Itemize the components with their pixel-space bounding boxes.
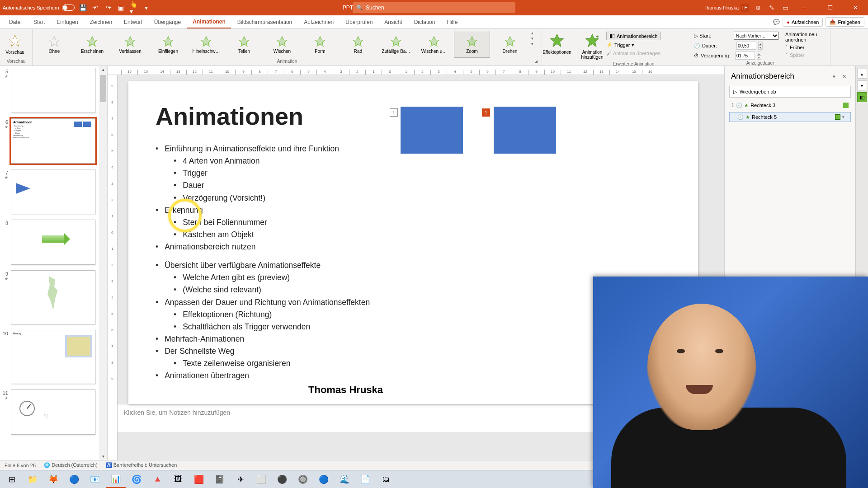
tab-ueberpruefen[interactable]: Überprüfen xyxy=(340,16,378,28)
gallery-up-icon[interactable]: ▴ xyxy=(531,31,538,35)
animation-teilen[interactable]: Teilen xyxy=(226,31,262,58)
thumbnail-scrollbar[interactable]: ▴ ▾ xyxy=(99,66,107,460)
scroll-down-icon[interactable]: ▾ xyxy=(99,453,107,460)
qat-more-icon[interactable]: ▾ xyxy=(142,4,151,12)
move-later-button[interactable]: ˅ Später xyxy=(785,51,826,59)
animation-tag-2[interactable]: 1 xyxy=(482,108,490,117)
tab-dictation[interactable]: Dictation xyxy=(409,16,441,28)
tab-zeichnen[interactable]: Zeichnen xyxy=(85,16,118,28)
bullet[interactable]: Dauer xyxy=(174,179,671,192)
slide-author[interactable]: Thomas Hruska xyxy=(308,384,383,396)
tab-start[interactable]: Start xyxy=(28,16,50,28)
scroll-up-icon[interactable]: ▴ xyxy=(99,66,107,73)
edge-icon[interactable]: 🌊 xyxy=(335,471,354,488)
add-animation-button[interactable]: + Animation hinzufügen xyxy=(581,31,604,61)
pane-options-icon[interactable]: ▾ xyxy=(829,71,839,81)
tab-einfuegen[interactable]: Einfügen xyxy=(51,16,83,28)
app-icon[interactable]: 🖼 xyxy=(168,471,188,488)
slide-counter[interactable]: Folie 6 von 26 xyxy=(5,463,36,468)
tab-uebergaenge[interactable]: Übergänge xyxy=(149,16,186,28)
slide-thumbnail-8[interactable]: 8 xyxy=(2,220,95,265)
bullet[interactable]: 4 Arten von Animation xyxy=(174,155,671,167)
app-icon[interactable]: ⬜ xyxy=(251,471,271,488)
gallery-down-icon[interactable]: ▾ xyxy=(531,36,538,41)
move-earlier-button[interactable]: ˄ Früher xyxy=(785,43,826,51)
delay-input[interactable] xyxy=(735,52,755,60)
coming-soon-icon[interactable]: ✎ xyxy=(768,4,776,12)
animation-rad[interactable]: Rad xyxy=(340,31,376,58)
slide-thumbnail-7[interactable]: 7★ xyxy=(2,169,95,214)
firefox-icon[interactable]: 🦊 xyxy=(43,471,63,488)
camtasia-icon[interactable]: 🔘 xyxy=(293,471,313,488)
timing-delay[interactable]: ⏱ Verzögerung: ▴▾ xyxy=(694,51,779,61)
timing-duration[interactable]: 🕘 Dauer: ▴▾ xyxy=(694,41,779,51)
accessibility-button[interactable]: ♿ Barrierefreiheit: Untersuchen xyxy=(106,462,177,468)
animation-dialog-launcher[interactable]: ◢ xyxy=(534,59,540,65)
search-box[interactable]: 🔍 xyxy=(353,2,515,13)
animation-zuflligeba[interactable]: Zufällige Ba… xyxy=(378,31,414,58)
scroll-thumb[interactable] xyxy=(100,75,106,102)
maximize-button[interactable]: ❐ xyxy=(820,1,840,14)
bullet[interactable]: Trigger xyxy=(174,167,671,179)
comments-icon[interactable]: 💬 xyxy=(773,19,780,25)
trigger-button[interactable]: ⚡ Trigger▾ xyxy=(606,41,661,49)
bullet[interactable]: Übersicht über verfügbare Animationseffe… xyxy=(156,259,671,272)
telegram-icon[interactable]: ✈ xyxy=(231,471,250,488)
notepad-icon[interactable]: 📄 xyxy=(355,471,375,488)
animation-wischen[interactable]: Wischen xyxy=(264,31,300,58)
toggle-icon[interactable] xyxy=(62,5,75,11)
anim-seq-item-1[interactable]: 1 🕘 ★ Rechteck 3 xyxy=(729,100,851,110)
gallery-more-icon[interactable]: ▾ xyxy=(531,42,538,46)
tab-animationen[interactable]: Animationen xyxy=(187,16,231,28)
timing-start[interactable]: ▷ Start: Nach Vorher… xyxy=(694,31,779,41)
animation-einfliegen[interactable]: Einfliegen xyxy=(150,31,186,58)
item-dropdown-icon[interactable]: ▾ xyxy=(842,115,849,119)
slide-thumbnail-6[interactable]: 6★Animationen• Einführung... • 4 Arten •… xyxy=(2,118,95,164)
tab-hilfe[interactable]: Hilfe xyxy=(441,16,463,28)
autosave-toggle[interactable]: Automatisches Speichern xyxy=(3,5,75,11)
start-select[interactable]: Nach Vorher… xyxy=(734,32,779,40)
sync-icon[interactable]: ⊕ xyxy=(754,4,762,12)
tab-bildschirm[interactable]: Bildschirmpräsentation xyxy=(232,16,297,28)
touch-icon[interactable]: 👆▾ xyxy=(130,4,138,12)
toggle-down-icon[interactable]: ▾ xyxy=(857,80,867,90)
bullet[interactable]: Animationsbereich nutzen xyxy=(156,241,671,253)
duration-input[interactable] xyxy=(736,42,756,50)
minimize-button[interactable]: — xyxy=(795,1,815,14)
animation-ohne[interactable]: Ohne xyxy=(36,31,72,58)
slide-thumbnail-11[interactable]: 11★♡ xyxy=(2,389,95,435)
bullet[interactable]: Erkennung xyxy=(156,204,671,216)
animation-drehen[interactable]: Drehen xyxy=(492,31,528,58)
app-icon[interactable]: 🗂 xyxy=(376,471,396,488)
animation-erscheinen[interactable]: Erscheinen xyxy=(74,31,110,58)
save-icon[interactable]: 💾 xyxy=(79,4,87,12)
slide-thumbnail-10[interactable]: 10Planung... xyxy=(2,330,95,384)
animation-form[interactable]: Form xyxy=(302,31,338,58)
redo-icon[interactable]: ↷ xyxy=(104,4,113,12)
animation-painter-button[interactable]: 🖌 Animation übertragen xyxy=(606,50,661,57)
share-button[interactable]: 📤Freigeben xyxy=(826,17,864,27)
toggle-up-icon[interactable]: ▴ xyxy=(857,69,867,79)
user-account[interactable]: Thomas Hruska TH xyxy=(703,4,749,12)
pane-close-icon[interactable]: ✕ xyxy=(839,71,849,81)
animation-gallery[interactable]: OhneErscheinenVerblassenEinfliegenHinein… xyxy=(36,31,538,58)
chrome-icon[interactable]: 🔵 xyxy=(64,471,84,488)
outlook-icon[interactable]: 📧 xyxy=(85,471,105,488)
app-icon[interactable]: 🌀 xyxy=(127,471,146,488)
bullet[interactable]: Stern bei Foliennummer xyxy=(174,216,671,229)
app-icon[interactable]: 🟥 xyxy=(189,471,209,488)
ribbon-mode-icon[interactable]: ▭ xyxy=(781,4,789,12)
shape-rechteck-5[interactable] xyxy=(494,107,556,154)
anim-seq-item-2[interactable]: 🕘 ★ Rechteck 5 ▾ xyxy=(729,112,851,122)
close-button[interactable]: ✕ xyxy=(845,1,865,14)
shape-rechteck-3[interactable] xyxy=(401,107,463,154)
bullet[interactable]: Verzögerung (Vorsicht!) xyxy=(174,192,671,204)
explorer-icon[interactable]: 📁 xyxy=(23,471,42,488)
animation-pane-button[interactable]: ▮▯ Animationsbereich xyxy=(606,32,661,40)
language-button[interactable]: 🌐 Deutsch (Österreich) xyxy=(44,462,98,468)
record-button[interactable]: ●Aufzeichnen xyxy=(783,18,823,27)
animation-zoom[interactable]: Zoom xyxy=(454,31,490,58)
obs-icon[interactable]: ⚫ xyxy=(272,471,292,488)
play-from-button[interactable]: ▷ Wiedergeben ab xyxy=(729,86,851,98)
animation-hineinschw[interactable]: Hineinschw… xyxy=(188,31,224,58)
